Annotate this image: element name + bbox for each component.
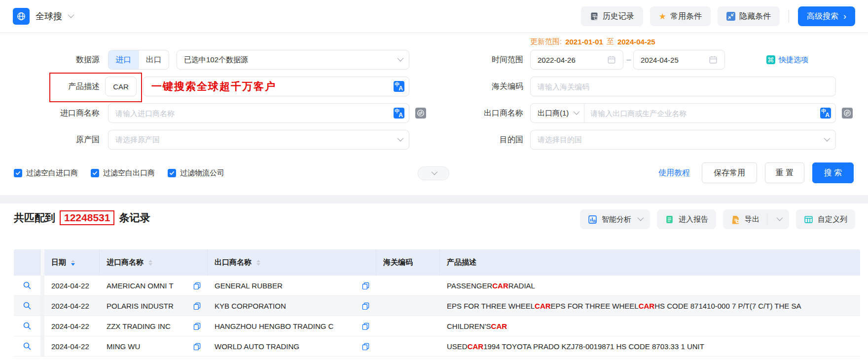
quick-options-label: 快捷选项 <box>779 55 808 65</box>
exporter-type-select[interactable]: 出口商(1) <box>538 104 584 122</box>
row-detail-cell[interactable] <box>14 336 40 356</box>
translate-icon[interactable]: 中A <box>394 108 404 119</box>
divider <box>789 10 789 23</box>
export-label: 导出 <box>745 215 760 224</box>
chevron-down-icon[interactable] <box>68 12 74 18</box>
reset-button[interactable]: 重 置 <box>765 162 804 183</box>
filter-checkbox[interactable]: 过滤物流公司 <box>168 168 224 178</box>
search-detail-icon[interactable] <box>23 322 32 330</box>
import-export-toggle: 进口 出口 <box>108 50 169 70</box>
dest-country-select[interactable]: 请选择目的国 <box>530 130 836 150</box>
product-keyword-box[interactable] <box>105 77 137 96</box>
calendar-icon[interactable] <box>607 55 616 64</box>
checkbox-checked-icon[interactable] <box>14 169 22 177</box>
sort-asc-icon[interactable] <box>256 260 260 262</box>
time-range-label: 时间范围 <box>424 50 523 70</box>
translate-icon[interactable]: 中A <box>394 81 404 92</box>
copy-icon[interactable] <box>358 282 369 289</box>
synonym-icon[interactable] <box>842 108 853 119</box>
checkbox-checked-icon[interactable] <box>91 169 99 177</box>
toggle-export[interactable]: 出口 <box>139 50 169 69</box>
data-source-selected: 已选中102个数据源 <box>184 55 248 65</box>
sort-asc-icon[interactable] <box>71 260 75 262</box>
checkbox-checked-icon[interactable] <box>168 169 176 177</box>
table-row[interactable]: 2024-04-22MING WUWORLD AUTO TRADINGUSED … <box>14 336 860 357</box>
toggle-import[interactable]: 进口 <box>108 50 139 69</box>
collapse-form-button[interactable] <box>418 166 449 180</box>
date-start-input[interactable]: 2022-04-26 <box>530 50 623 70</box>
copy-icon[interactable] <box>189 322 201 330</box>
copy-icon[interactable] <box>358 302 369 310</box>
exporter-input[interactable] <box>590 109 815 118</box>
app-brand[interactable]: 全球搜 <box>13 8 72 25</box>
importer-input[interactable] <box>115 109 388 118</box>
results-panel: 共匹配到 12248531 条记录 BI 智能分析 进入报告 <box>0 203 868 362</box>
chevron-down-icon <box>398 135 404 142</box>
hs-code-field[interactable] <box>530 77 836 96</box>
custom-columns-button[interactable]: 自定义列 <box>796 209 855 229</box>
save-conditions-button[interactable]: 保存常用 <box>702 162 757 183</box>
exporter-field[interactable]: 出口商(1) 中A <box>530 103 836 123</box>
product-desc-field[interactable]: 一键搜索全球超千万客户 中A <box>143 77 409 96</box>
search-detail-icon[interactable] <box>23 301 32 310</box>
row-detail-cell[interactable] <box>14 296 40 316</box>
hide-conditions-button[interactable]: 隐藏条件 <box>718 6 780 26</box>
collapse-icon <box>726 12 735 21</box>
dest-country-label: 目的国 <box>424 130 523 150</box>
header-cell[interactable]: 日期 <box>44 249 100 276</box>
history-button[interactable]: 历史记录 <box>581 6 643 26</box>
search-detail-icon[interactable] <box>23 281 32 290</box>
cell-importer: AMERICAN OMNI T <box>100 276 208 295</box>
search-button[interactable]: 搜 索 <box>812 162 854 183</box>
advanced-search-button[interactable]: 高级搜索 › <box>798 6 855 26</box>
filter-checkbox[interactable]: 过滤空白进口商 <box>14 168 78 178</box>
enter-report-button[interactable]: 进入报告 <box>657 209 716 229</box>
hs-code-label: 海关编码 <box>424 77 523 96</box>
translate-icon[interactable]: 中A <box>820 108 831 119</box>
origin-country-placeholder: 请选择原产国 <box>115 135 398 145</box>
copy-icon[interactable] <box>358 322 369 330</box>
sort-carets[interactable] <box>148 260 152 266</box>
row-detail-cell[interactable] <box>14 316 40 336</box>
chevron-down-icon[interactable] <box>777 215 783 221</box>
update-range-label: 更新范围: <box>530 37 562 46</box>
favorites-button[interactable]: ★ 常用条件 <box>650 6 711 26</box>
table-row[interactable]: 2024-04-22ZZX TRADING INCHANGZHOU HENGBO… <box>14 316 860 336</box>
sort-carets[interactable] <box>256 260 260 266</box>
search-detail-icon[interactable] <box>23 342 32 351</box>
topbar: 全球搜 历史记录 ★ 常用条件 隐藏条件 高级搜索 › <box>0 0 868 33</box>
copy-icon[interactable] <box>358 343 369 350</box>
smart-analysis-button[interactable]: BI 智能分析 <box>580 209 650 229</box>
header-cell[interactable]: 进口商名称 <box>100 249 208 276</box>
cell-date: 2024-04-22 <box>44 296 100 316</box>
origin-country-select[interactable]: 请选择原产国 <box>108 130 409 150</box>
copy-icon[interactable] <box>189 343 201 350</box>
data-source-select[interactable]: 已选中102个数据源 <box>177 50 409 70</box>
topbar-actions: 历史记录 ★ 常用条件 隐藏条件 高级搜索 › <box>581 6 855 26</box>
tutorial-link[interactable]: 使用教程 <box>658 163 690 183</box>
table-row[interactable]: 2024-04-22AMERICAN OMNI TGENERAL RUBBERP… <box>14 276 860 296</box>
copy-icon[interactable] <box>189 302 201 310</box>
quick-options[interactable]: 快捷选项 <box>766 50 808 70</box>
row-detail-cell[interactable] <box>14 276 40 295</box>
date-end-input[interactable]: 2024-04-25 <box>633 50 725 70</box>
product-keyword-input[interactable] <box>106 82 136 91</box>
export-button[interactable]: 导出 <box>723 209 789 229</box>
header-cell-tools <box>14 249 40 276</box>
frozen-divider <box>40 249 44 276</box>
sort-asc-icon[interactable] <box>148 260 152 262</box>
sort-desc-icon[interactable] <box>71 263 75 266</box>
table-row[interactable]: 2024-04-22POLARIS INDUSTRKYB CORPORATION… <box>14 296 860 316</box>
table-columns-icon <box>804 215 813 224</box>
header-cell[interactable]: 出口商名称 <box>208 249 376 276</box>
sort-desc-icon[interactable] <box>256 263 260 266</box>
sort-desc-icon[interactable] <box>148 263 152 266</box>
hs-code-input[interactable] <box>538 82 829 91</box>
export-icon <box>731 215 740 224</box>
highlight-term: CAR <box>639 302 655 310</box>
sort-carets[interactable] <box>71 260 75 266</box>
filter-checkbox[interactable]: 过滤空白出口商 <box>91 168 155 178</box>
importer-field[interactable]: 中A <box>108 103 409 123</box>
calendar-icon[interactable] <box>709 55 718 64</box>
copy-icon[interactable] <box>189 282 201 289</box>
